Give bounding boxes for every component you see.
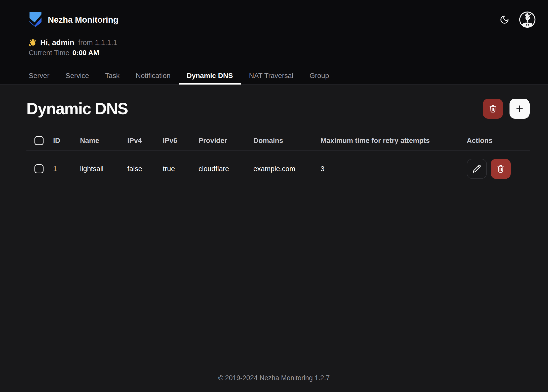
column-header-ipv6: IPv6 (155, 131, 190, 150)
table-header-row: ID Name IPv4 IPv6 Provider Domains Maxim… (26, 131, 530, 150)
tab-dynamic-dns[interactable]: Dynamic DNS (179, 67, 241, 84)
column-header-max-retry: Maximum time for retry attempts (312, 131, 459, 150)
column-header-actions: Actions (459, 131, 530, 150)
shield-check-logo-icon (29, 12, 42, 28)
tab-nat-traversal[interactable]: NAT Traversal (241, 67, 301, 84)
main-content: Dynamic DNS (0, 85, 548, 368)
footer: © 2019-2024 Nezha Monitoring 1.2.7 (0, 368, 548, 392)
moon-icon (500, 15, 509, 24)
tab-task[interactable]: Task (97, 67, 128, 84)
cell-id: 1 (45, 150, 72, 187)
cell-provider: cloudflare (190, 150, 245, 187)
topbar-right (500, 11, 536, 28)
greeting-line: Hi, admin from 1.1.1.1 (29, 38, 548, 47)
cell-domains: example.com (245, 150, 312, 187)
greeting-from: from 1.1.1.1 (78, 38, 117, 47)
brand-name: Nezha Monitoring (48, 15, 118, 25)
copyright-text: © 2019-2024 Nezha Monitoring 1.2.7 (218, 374, 330, 382)
tab-notification[interactable]: Notification (128, 67, 179, 84)
brand[interactable]: Nezha Monitoring (29, 12, 118, 28)
trash-icon (488, 104, 498, 113)
edit-record-button[interactable] (467, 159, 487, 179)
main-nav: Server Service Task Notification Dynamic… (0, 67, 548, 84)
bulk-delete-button[interactable] (483, 99, 503, 119)
row-checkbox[interactable] (34, 164, 44, 173)
tab-server[interactable]: Server (21, 67, 57, 84)
page-head: Dynamic DNS (26, 99, 530, 119)
greeting-hi: Hi, admin (40, 38, 74, 47)
page-actions (483, 99, 530, 119)
ddns-table: ID Name IPv4 IPv6 Provider Domains Maxim… (26, 131, 530, 187)
plus-icon (515, 104, 524, 113)
app-root: Nezha Monitoring (0, 0, 548, 392)
delete-record-button[interactable] (491, 159, 511, 179)
header: Nezha Monitoring (0, 0, 548, 85)
trash-icon (496, 164, 505, 174)
greeting: Hi, admin from 1.1.1.1 Current Time 0:00… (29, 38, 548, 57)
pencil-icon (472, 164, 482, 174)
tab-service[interactable]: Service (57, 67, 97, 84)
column-header-provider: Provider (190, 131, 245, 150)
column-header-domains: Domains (245, 131, 312, 150)
add-record-button[interactable] (510, 99, 530, 119)
cell-ipv4: false (119, 150, 155, 187)
current-time-value: 0:00 AM (72, 49, 99, 57)
cell-name: lightsail (72, 150, 119, 187)
current-time-label: Current Time (29, 49, 69, 57)
user-avatar-icon (519, 11, 536, 28)
topbar: Nezha Monitoring (0, 0, 548, 28)
cell-ipv6: true (155, 150, 190, 187)
theme-toggle-button[interactable] (500, 15, 509, 24)
row-actions (467, 159, 530, 179)
page-title: Dynamic DNS (26, 99, 128, 118)
cell-max-retry: 3 (312, 150, 459, 187)
tab-group[interactable]: Group (301, 67, 337, 84)
column-header-name: Name (72, 131, 119, 150)
avatar[interactable] (519, 11, 536, 28)
select-all-checkbox[interactable] (34, 136, 44, 145)
column-header-ipv4: IPv4 (119, 131, 155, 150)
table-row: 1 lightsail false true cloudflare exampl… (26, 150, 530, 187)
current-time: Current Time 0:00 AM (29, 49, 548, 57)
column-header-id: ID (45, 131, 72, 150)
waving-hand-icon (29, 38, 37, 47)
